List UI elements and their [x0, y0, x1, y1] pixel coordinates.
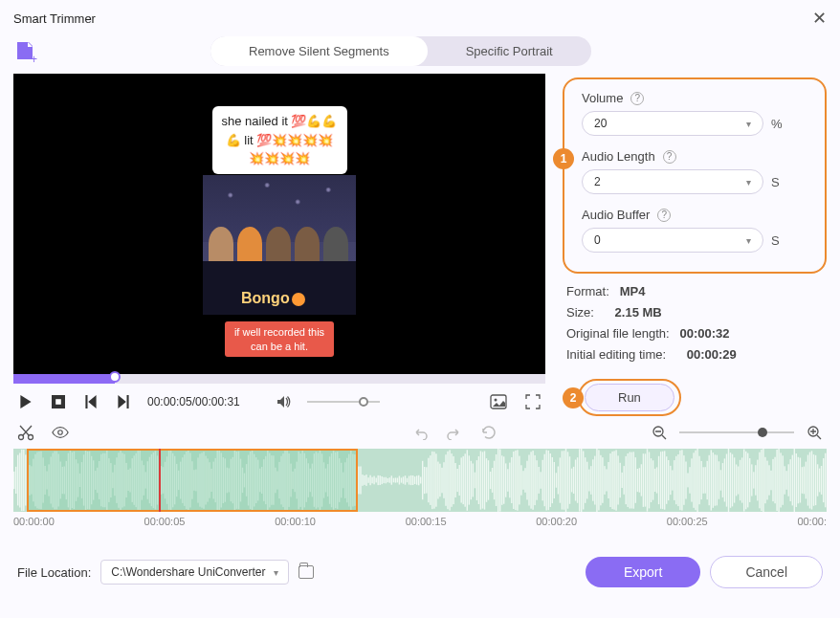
- svg-rect-266: [509, 463, 510, 498]
- tab-remove-silent[interactable]: Remove Silent Segments: [210, 36, 428, 66]
- svg-rect-355: [681, 450, 682, 510]
- svg-rect-188: [358, 467, 359, 495]
- undo-icon[interactable]: [411, 424, 429, 441]
- eye-icon[interactable]: [52, 424, 69, 441]
- svg-rect-351: [674, 460, 674, 500]
- svg-rect-369: [709, 455, 710, 505]
- svg-rect-298: [571, 469, 572, 493]
- prev-frame-icon[interactable]: [82, 393, 99, 410]
- svg-rect-12: [17, 455, 18, 506]
- svg-rect-415: [798, 457, 799, 504]
- svg-rect-198: [378, 475, 379, 485]
- svg-rect-365: [701, 461, 702, 499]
- svg-rect-395: [759, 452, 760, 509]
- step-badge-1: 1: [553, 148, 574, 169]
- snapshot-icon[interactable]: [490, 393, 507, 410]
- zoom-out-icon[interactable]: [651, 424, 668, 441]
- cut-icon[interactable]: [17, 424, 34, 441]
- cancel-button[interactable]: Cancel: [710, 556, 823, 588]
- svg-rect-429: [825, 453, 826, 508]
- playhead[interactable]: [159, 449, 161, 512]
- zoom-slider[interactable]: [679, 431, 794, 433]
- svg-rect-261: [499, 450, 500, 512]
- svg-rect-375: [720, 470, 721, 490]
- help-icon[interactable]: ?: [630, 92, 644, 105]
- svg-rect-208: [397, 478, 398, 483]
- browse-folder-icon[interactable]: [298, 565, 314, 579]
- svg-rect-314: [602, 457, 603, 503]
- svg-rect-254: [486, 458, 487, 502]
- svg-rect-295: [565, 449, 566, 512]
- svg-rect-287: [550, 453, 551, 507]
- svg-rect-359: [689, 467, 690, 494]
- svg-text:+: +: [31, 53, 37, 64]
- svg-rect-328: [630, 452, 630, 509]
- export-button[interactable]: Export: [586, 557, 700, 587]
- svg-rect-407: [783, 455, 784, 505]
- scrub-bar[interactable]: [13, 374, 545, 384]
- fullscreen-icon[interactable]: [524, 393, 542, 410]
- svg-rect-353: [677, 454, 678, 506]
- svg-rect-13: [19, 453, 20, 508]
- svg-rect-209: [399, 476, 400, 485]
- svg-rect-256: [490, 472, 491, 489]
- stop-icon[interactable]: [50, 393, 67, 410]
- svg-rect-424: [815, 455, 816, 505]
- help-icon[interactable]: ?: [663, 150, 676, 164]
- svg-rect-278: [532, 451, 533, 510]
- svg-rect-426: [819, 469, 820, 493]
- svg-rect-332: [637, 469, 638, 492]
- svg-rect-234: [447, 452, 448, 509]
- svg-rect-381: [732, 454, 733, 507]
- volume-icon[interactable]: [275, 393, 292, 410]
- svg-rect-240: [459, 465, 460, 496]
- svg-rect-191: [364, 475, 365, 485]
- play-icon[interactable]: [17, 393, 34, 410]
- svg-rect-321: [615, 450, 616, 510]
- svg-rect-419: [806, 462, 807, 499]
- file-location-select[interactable]: C:\Wondershare UniConverter▾: [100, 560, 288, 585]
- tab-specific-portrait[interactable]: Specific Portrait: [428, 36, 591, 66]
- svg-rect-267: [511, 457, 512, 503]
- svg-rect-346: [664, 451, 665, 509]
- audio-length-select[interactable]: 2▾: [582, 169, 763, 194]
- svg-rect-205: [391, 475, 392, 484]
- audio-buffer-select[interactable]: 0▾: [582, 228, 763, 253]
- svg-rect-405: [778, 449, 779, 512]
- svg-rect-202: [386, 477, 387, 484]
- sticker-line: 💥💥💥💥: [222, 149, 338, 168]
- svg-rect-417: [802, 467, 803, 494]
- svg-rect-219: [418, 475, 419, 486]
- video-preview: she nailed it 💯💪💪 💪 lit 💯💥💥💥💥 💥💥💥💥 Bongo…: [13, 74, 545, 374]
- svg-rect-331: [635, 457, 636, 503]
- svg-rect-385: [740, 460, 741, 500]
- svg-rect-307: [588, 470, 589, 492]
- svg-rect-310: [594, 456, 595, 505]
- redo-icon[interactable]: [446, 424, 463, 441]
- next-frame-icon[interactable]: [115, 393, 132, 410]
- volume-label: Volume: [582, 91, 623, 105]
- svg-rect-408: [785, 466, 785, 494]
- video-frame: Bongo: [203, 175, 356, 315]
- volume-slider[interactable]: [307, 401, 380, 403]
- svg-rect-374: [718, 461, 719, 498]
- svg-rect-252: [482, 452, 483, 508]
- zoom-in-icon[interactable]: [806, 424, 823, 441]
- close-icon[interactable]: ✕: [812, 8, 827, 29]
- svg-rect-323: [620, 463, 621, 497]
- run-button[interactable]: Run: [585, 384, 674, 411]
- svg-rect-350: [672, 471, 673, 491]
- refresh-icon[interactable]: [480, 424, 497, 441]
- svg-rect-425: [817, 464, 818, 496]
- selection-range[interactable]: [27, 449, 358, 512]
- svg-rect-318: [609, 453, 610, 507]
- svg-rect-260: [497, 449, 498, 512]
- svg-rect-367: [705, 467, 706, 494]
- svg-rect-322: [617, 455, 618, 504]
- svg-rect-386: [741, 457, 742, 502]
- waveform-timeline[interactable]: [13, 449, 827, 512]
- svg-rect-371: [713, 452, 714, 508]
- volume-select[interactable]: 20▾: [582, 111, 763, 136]
- svg-rect-192: [365, 475, 366, 486]
- help-icon[interactable]: ?: [657, 209, 671, 222]
